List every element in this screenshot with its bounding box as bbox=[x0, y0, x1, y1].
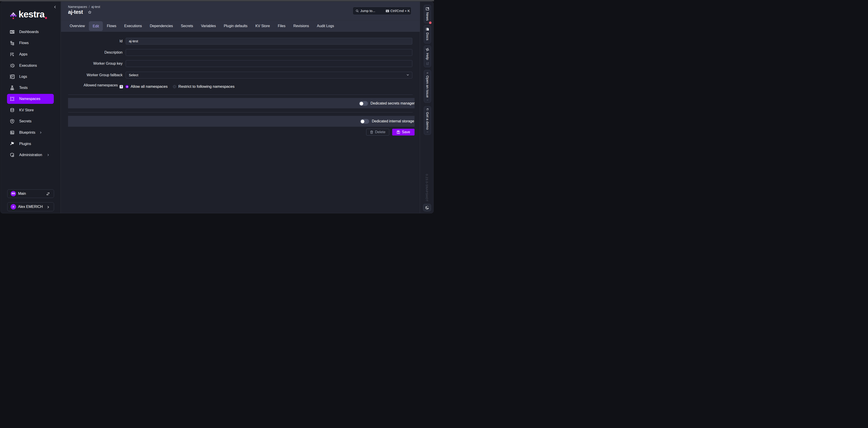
svg-text:?: ? bbox=[121, 85, 122, 88]
